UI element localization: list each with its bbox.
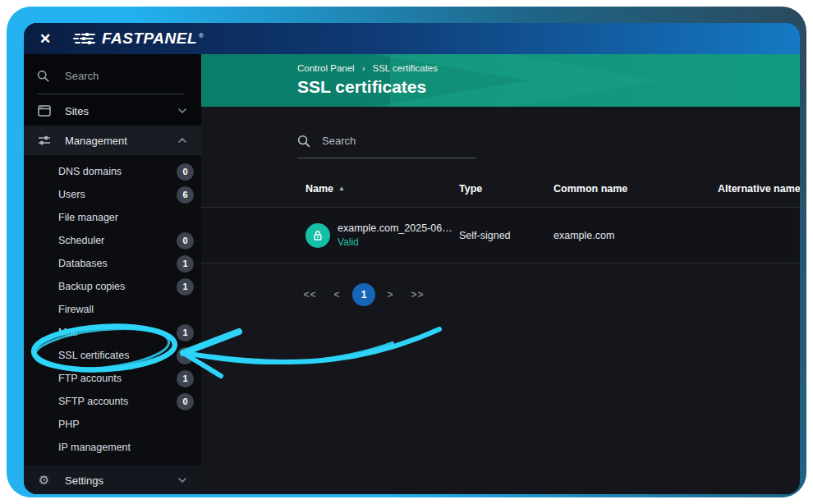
sidebar-item-label: Backup copies [58, 281, 177, 292]
fastpanel-window: ✕ FASTPANEL ® [24, 23, 800, 494]
certificate-type: Self-signed [459, 230, 553, 241]
sidebar-item-label: File manager [58, 212, 194, 223]
sidebar-item-label: Scheduler [58, 235, 177, 246]
column-label: Alternative names [718, 183, 800, 195]
certificates-search[interactable] [297, 134, 476, 158]
sidebar-item-ftp-accounts[interactable]: FTP accounts 1 [24, 367, 201, 390]
search-icon [37, 70, 49, 82]
certificate-status[interactable]: Valid [338, 236, 452, 248]
sidebar-item-firewall[interactable]: Firewall [24, 298, 201, 321]
sidebar-item-mail[interactable]: Mail 1 [24, 321, 201, 344]
sidebar-item-management[interactable]: Management [24, 126, 201, 155]
chevron-down-icon [178, 478, 186, 483]
sidebar-item-ssl-certificates[interactable]: SSL certificates [24, 344, 201, 367]
column-label: Type [459, 183, 482, 195]
sidebar-item-sites[interactable]: Sites [24, 96, 201, 126]
chevron-up-icon [178, 138, 186, 143]
window-frame: ✕ FASTPANEL ® [7, 7, 806, 497]
sidebar-item-settings[interactable]: ⚙ Settings [24, 465, 201, 494]
sliders-icon [37, 135, 51, 146]
count-badge: 0 [177, 393, 194, 410]
table-row[interactable]: example.com_2025-06… Valid Self-signed e… [201, 208, 800, 263]
count-badge: 1 [177, 255, 194, 273]
sidebar-item-label: Settings [65, 474, 164, 487]
sidebar-item-ip-management[interactable]: IP management [24, 436, 201, 459]
sidebar-item-databases[interactable]: Databases 1 [24, 252, 201, 275]
sidebar-item-scheduler[interactable]: Scheduler 0 [24, 229, 201, 252]
pagination-next-button[interactable]: > [377, 289, 404, 300]
sidebar-item-php[interactable]: PHP [24, 413, 201, 436]
certificate-lock-badge [305, 223, 330, 248]
certificates-table: Name ▲ Type Common name Alternative name… [201, 170, 800, 263]
chevron-down-icon [178, 108, 186, 113]
equalizer-icon [73, 31, 96, 46]
sidebar-item-label: PHP [58, 419, 194, 430]
sidebar-item-dns-domains[interactable]: DNS domains 0 [24, 160, 201, 183]
main-content: Control Panel › SSL certificates SSL cer… [201, 54, 800, 494]
fastpanel-logo[interactable]: FASTPANEL ® [73, 30, 204, 48]
sidebar-item-label: Users [58, 189, 177, 200]
count-badge: 1 [177, 324, 194, 341]
breadcrumb-control-panel[interactable]: Control Panel [297, 63, 355, 73]
column-label: Name [305, 183, 333, 195]
brand-name: FASTPANEL [102, 30, 197, 48]
column-header-type[interactable]: Type [459, 183, 553, 195]
count-badge: 0 [177, 163, 194, 181]
sort-ascending-icon: ▲ [338, 185, 345, 192]
gear-icon: ⚙ [37, 474, 51, 487]
breadcrumb: Control Panel › SSL certificates [297, 63, 800, 73]
pagination-prev-button[interactable]: < [324, 289, 351, 300]
count-badge: 1 [177, 278, 194, 296]
pagination-last-button[interactable]: >> [404, 289, 431, 300]
breadcrumb-separator: › [362, 63, 365, 73]
browser-window-icon [37, 105, 51, 117]
sidebar-item-label: SSL certificates [58, 350, 177, 361]
count-badge: 0 [177, 232, 194, 250]
sidebar-item-label: Firewall [58, 304, 194, 315]
sidebar: Sites Management DNS dom [24, 54, 201, 494]
sidebar-item-label: Sites [65, 105, 164, 117]
page-title: SSL certificates [297, 77, 800, 97]
count-badge: 1 [177, 370, 194, 387]
page-header: Control Panel › SSL certificates SSL cer… [201, 54, 800, 107]
sidebar-item-label: SFTP accounts [58, 396, 177, 407]
sidebar-item-label: FTP accounts [58, 373, 177, 384]
sidebar-item-file-manager[interactable]: File manager [24, 206, 201, 229]
pagination-current-page[interactable]: 1 [352, 283, 375, 306]
pagination-first-button[interactable]: << [296, 289, 324, 300]
sidebar-search[interactable] [37, 69, 185, 94]
column-header-alternative-names[interactable]: Alternative names [718, 183, 800, 195]
sidebar-item-users[interactable]: Users 6 [24, 183, 201, 206]
table-header-row: Name ▲ Type Common name Alternative name… [201, 170, 800, 208]
close-icon[interactable]: ✕ [37, 32, 53, 46]
pagination: << < 1 > >> [296, 283, 800, 306]
count-badge [177, 347, 194, 364]
sidebar-search-input[interactable] [63, 69, 165, 83]
top-bar: ✕ FASTPANEL ® [24, 23, 800, 54]
certificates-search-input[interactable] [320, 134, 455, 148]
lock-icon [312, 230, 324, 241]
sidebar-item-label: IP management [58, 442, 194, 453]
breadcrumb-current: SSL certificates [373, 63, 438, 73]
column-header-name[interactable]: Name ▲ [305, 183, 459, 195]
column-label: Common name [553, 183, 627, 195]
sidebar-item-label: Databases [58, 258, 177, 269]
sidebar-item-label: DNS domains [58, 166, 177, 177]
sidebar-item-label: Mail [58, 327, 177, 338]
sidebar-item-sftp-accounts[interactable]: SFTP accounts 0 [24, 390, 201, 413]
certificate-common-name: example.com [553, 230, 718, 241]
certificate-name[interactable]: example.com_2025-06… [338, 222, 452, 234]
registered-mark: ® [199, 32, 204, 39]
count-badge: 6 [177, 186, 194, 204]
search-icon [297, 135, 310, 148]
column-header-common-name[interactable]: Common name [553, 183, 718, 195]
sidebar-item-label: Management [65, 135, 164, 147]
management-submenu: DNS domains 0 Users 6 File manager Sched… [24, 155, 201, 465]
sidebar-item-backup-copies[interactable]: Backup copies 1 [24, 275, 201, 298]
